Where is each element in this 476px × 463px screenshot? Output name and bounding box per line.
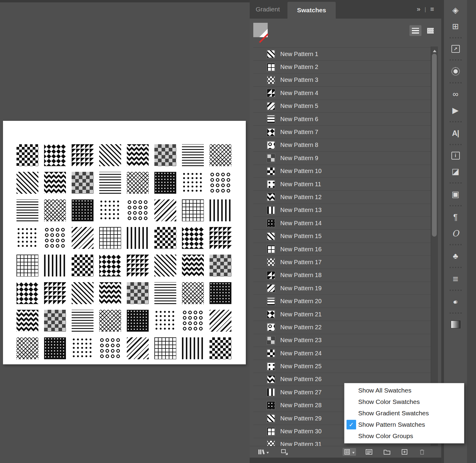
swatch-row[interactable]: New Pattern 23: [253, 334, 431, 347]
pattern-tile[interactable]: [99, 337, 121, 359]
collapse-panel-icon[interactable]: »: [417, 5, 420, 13]
pattern-tile[interactable]: [210, 144, 231, 166]
menu-item[interactable]: Show Color Groups: [344, 430, 464, 442]
pattern-tile[interactable]: [72, 255, 94, 276]
swatch-row[interactable]: New Pattern 15: [253, 230, 431, 243]
swatch-row[interactable]: New Pattern 5: [253, 100, 431, 113]
layers-icon[interactable]: ◈: [444, 4, 467, 17]
pattern-tile[interactable]: [99, 310, 121, 332]
pattern-tile[interactable]: [16, 172, 38, 194]
pattern-tile[interactable]: [72, 172, 94, 194]
swatch-row[interactable]: New Pattern 8: [253, 139, 431, 152]
swatch-row[interactable]: New Pattern 19: [253, 282, 431, 295]
artboard-panel-icon[interactable]: ▣: [444, 188, 467, 201]
pattern-tile[interactable]: [154, 255, 176, 276]
pattern-tile[interactable]: [44, 227, 66, 249]
pattern-tile[interactable]: [182, 227, 204, 249]
pattern-tile[interactable]: [127, 144, 149, 166]
pattern-tile[interactable]: [16, 144, 38, 166]
grid-view-button[interactable]: [424, 25, 436, 36]
swatch-options-button[interactable]: [364, 448, 374, 456]
pattern-tile[interactable]: [72, 227, 94, 249]
pattern-tile[interactable]: [210, 310, 231, 332]
pattern-tile[interactable]: [154, 227, 176, 249]
panel-menu-icon[interactable]: ≡: [430, 5, 434, 13]
pattern-tile[interactable]: [210, 337, 231, 359]
appearance-icon[interactable]: [451, 67, 460, 76]
swatch-libraries-button[interactable]: [256, 448, 270, 456]
pattern-tile[interactable]: [16, 310, 38, 332]
pattern-tile[interactable]: [44, 337, 66, 359]
pattern-tile[interactable]: [99, 227, 121, 249]
pattern-tile[interactable]: [99, 172, 121, 194]
menu-item[interactable]: ✓Show Pattern Swatches: [344, 419, 464, 430]
list-view-button[interactable]: [409, 25, 421, 36]
pattern-tile[interactable]: [127, 337, 149, 359]
pattern-tile[interactable]: [182, 172, 204, 194]
swatch-row[interactable]: New Pattern 2: [253, 61, 431, 73]
pattern-tile[interactable]: [182, 337, 204, 359]
pattern-tile[interactable]: [44, 199, 66, 221]
swatch-row[interactable]: New Pattern 7: [253, 126, 431, 139]
pattern-tile[interactable]: [16, 282, 38, 304]
swatch-row[interactable]: New Pattern 6: [253, 113, 431, 126]
image-trace-icon[interactable]: ◪: [444, 165, 467, 178]
symbols-icon[interactable]: ♣: [444, 249, 467, 263]
pattern-tile[interactable]: [127, 172, 149, 194]
pattern-tile[interactable]: [44, 282, 66, 304]
pattern-tile[interactable]: [127, 282, 149, 304]
pattern-tile[interactable]: [72, 199, 94, 221]
swatch-row[interactable]: New Pattern 24: [253, 347, 431, 360]
swatch-row[interactable]: New Pattern 16: [253, 243, 431, 256]
pattern-tile[interactable]: [210, 255, 231, 276]
add-swatches-button[interactable]: [279, 448, 290, 456]
pattern-tile[interactable]: [154, 172, 176, 194]
pattern-tile[interactable]: [16, 227, 38, 249]
pattern-tile[interactable]: [210, 199, 231, 221]
pattern-tile[interactable]: [16, 199, 38, 221]
character-icon[interactable]: A|: [444, 127, 467, 140]
paragraph-icon[interactable]: ¶: [444, 211, 467, 224]
export-icon[interactable]: ↗: [451, 45, 460, 53]
pattern-tile[interactable]: [44, 255, 66, 276]
swatch-row[interactable]: New Pattern 11: [253, 178, 431, 191]
pattern-tile[interactable]: [182, 282, 204, 304]
new-color-group-button[interactable]: [382, 448, 392, 456]
pattern-tile[interactable]: [154, 337, 176, 359]
swatch-row[interactable]: New Pattern 3: [253, 74, 431, 87]
menu-item[interactable]: Show Gradient Swatches: [344, 408, 464, 419]
pattern-tile[interactable]: [72, 337, 94, 359]
pattern-tile[interactable]: [44, 310, 66, 332]
swatch-row[interactable]: New Pattern 25: [253, 360, 431, 373]
pattern-tile[interactable]: [72, 144, 94, 166]
pattern-tile[interactable]: [154, 282, 176, 304]
swatch-kinds-button[interactable]: [343, 448, 356, 456]
swatch-row[interactable]: New Pattern 1: [253, 48, 431, 61]
menu-item[interactable]: Show Color Swatches: [344, 396, 464, 408]
swatch-row[interactable]: New Pattern 22: [253, 321, 431, 334]
pattern-tile[interactable]: [72, 310, 94, 332]
pattern-tile[interactable]: [99, 144, 121, 166]
scroll-up-icon[interactable]: [433, 48, 436, 52]
pattern-tile[interactable]: [210, 172, 231, 194]
transparency-icon[interactable]: ●○: [442, 295, 469, 308]
glyphs-icon[interactable]: O: [444, 227, 467, 240]
pattern-tile[interactable]: [99, 282, 121, 304]
swatch-row[interactable]: New Pattern 17: [253, 256, 431, 269]
swatch-row[interactable]: New Pattern 13: [253, 204, 431, 217]
pattern-tile[interactable]: [127, 199, 149, 221]
artboards-icon[interactable]: ⊞: [444, 20, 467, 33]
pattern-tile[interactable]: [16, 337, 38, 359]
pattern-tile[interactable]: [44, 144, 66, 166]
pattern-tile[interactable]: [99, 255, 121, 276]
swatch-row[interactable]: New Pattern 12: [253, 191, 431, 204]
tab-swatches[interactable]: Swatches: [287, 2, 336, 19]
swatch-row[interactable]: New Pattern 4: [253, 87, 431, 100]
actions-icon[interactable]: ▶: [444, 104, 467, 117]
swatch-row[interactable]: New Pattern 10: [253, 165, 431, 178]
tab-gradient[interactable]: Gradient: [256, 0, 280, 19]
swatch-row[interactable]: New Pattern 20: [253, 295, 431, 308]
pattern-tile[interactable]: [16, 255, 38, 276]
new-swatch-button[interactable]: [400, 448, 409, 456]
pattern-tile[interactable]: [127, 227, 149, 249]
